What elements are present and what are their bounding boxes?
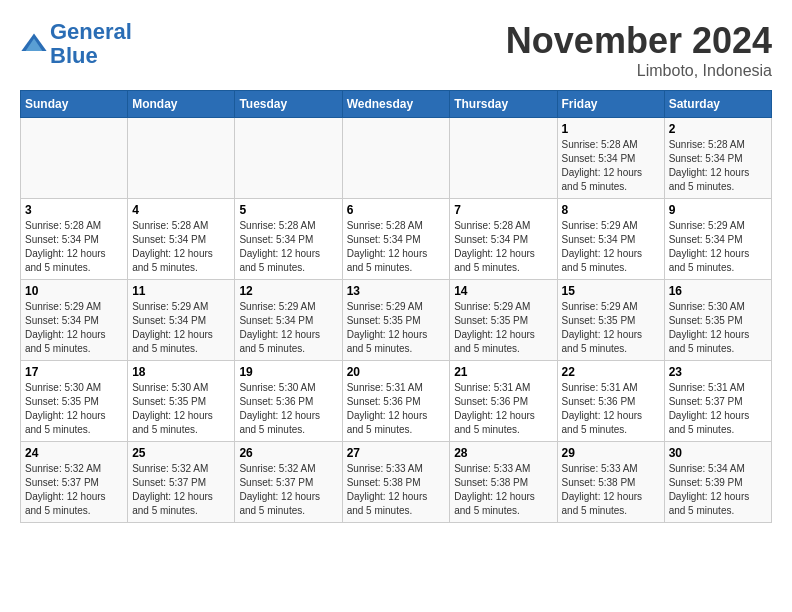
day-info: Sunset: 5:36 PM — [239, 395, 337, 409]
day-info: Sunrise: 5:34 AM — [669, 462, 767, 476]
day-info: Sunrise: 5:29 AM — [669, 219, 767, 233]
day-info: Sunrise: 5:33 AM — [454, 462, 552, 476]
day-number: 3 — [25, 203, 123, 217]
day-number: 16 — [669, 284, 767, 298]
day-info: Daylight: 12 hours and 5 minutes. — [562, 490, 660, 518]
day-number: 22 — [562, 365, 660, 379]
day-info: Sunrise: 5:29 AM — [562, 300, 660, 314]
calendar-cell: 27Sunrise: 5:33 AMSunset: 5:38 PMDayligh… — [342, 442, 450, 523]
calendar-cell: 2Sunrise: 5:28 AMSunset: 5:34 PMDaylight… — [664, 118, 771, 199]
calendar-cell: 3Sunrise: 5:28 AMSunset: 5:34 PMDaylight… — [21, 199, 128, 280]
day-info: Daylight: 12 hours and 5 minutes. — [25, 328, 123, 356]
day-info: Sunset: 5:39 PM — [669, 476, 767, 490]
day-info: Sunrise: 5:29 AM — [347, 300, 446, 314]
calendar-cell: 25Sunrise: 5:32 AMSunset: 5:37 PMDayligh… — [128, 442, 235, 523]
day-info: Daylight: 12 hours and 5 minutes. — [669, 328, 767, 356]
calendar-cell: 23Sunrise: 5:31 AMSunset: 5:37 PMDayligh… — [664, 361, 771, 442]
day-info: Daylight: 12 hours and 5 minutes. — [669, 490, 767, 518]
calendar-week-5: 24Sunrise: 5:32 AMSunset: 5:37 PMDayligh… — [21, 442, 772, 523]
header-wednesday: Wednesday — [342, 91, 450, 118]
calendar-week-1: 1Sunrise: 5:28 AMSunset: 5:34 PMDaylight… — [21, 118, 772, 199]
calendar-cell: 7Sunrise: 5:28 AMSunset: 5:34 PMDaylight… — [450, 199, 557, 280]
day-info: Sunrise: 5:31 AM — [347, 381, 446, 395]
day-info: Daylight: 12 hours and 5 minutes. — [239, 328, 337, 356]
calendar-cell: 12Sunrise: 5:29 AMSunset: 5:34 PMDayligh… — [235, 280, 342, 361]
calendar-cell: 5Sunrise: 5:28 AMSunset: 5:34 PMDaylight… — [235, 199, 342, 280]
day-number: 21 — [454, 365, 552, 379]
day-info: Daylight: 12 hours and 5 minutes. — [669, 409, 767, 437]
calendar-cell: 29Sunrise: 5:33 AMSunset: 5:38 PMDayligh… — [557, 442, 664, 523]
day-info: Sunrise: 5:28 AM — [454, 219, 552, 233]
calendar-cell: 30Sunrise: 5:34 AMSunset: 5:39 PMDayligh… — [664, 442, 771, 523]
day-info: Sunset: 5:36 PM — [562, 395, 660, 409]
title-block: November 2024 Limboto, Indonesia — [506, 20, 772, 80]
calendar-cell: 8Sunrise: 5:29 AMSunset: 5:34 PMDaylight… — [557, 199, 664, 280]
day-info: Sunset: 5:36 PM — [454, 395, 552, 409]
day-number: 19 — [239, 365, 337, 379]
calendar-cell — [128, 118, 235, 199]
day-info: Sunset: 5:34 PM — [132, 314, 230, 328]
calendar-cell: 18Sunrise: 5:30 AMSunset: 5:35 PMDayligh… — [128, 361, 235, 442]
day-info: Sunrise: 5:30 AM — [239, 381, 337, 395]
header-monday: Monday — [128, 91, 235, 118]
calendar-week-3: 10Sunrise: 5:29 AMSunset: 5:34 PMDayligh… — [21, 280, 772, 361]
day-info: Sunrise: 5:28 AM — [25, 219, 123, 233]
calendar-cell: 15Sunrise: 5:29 AMSunset: 5:35 PMDayligh… — [557, 280, 664, 361]
day-number: 11 — [132, 284, 230, 298]
calendar-cell: 9Sunrise: 5:29 AMSunset: 5:34 PMDaylight… — [664, 199, 771, 280]
logo-line2: Blue — [50, 43, 98, 68]
day-number: 18 — [132, 365, 230, 379]
day-info: Sunset: 5:34 PM — [25, 314, 123, 328]
calendar-cell: 24Sunrise: 5:32 AMSunset: 5:37 PMDayligh… — [21, 442, 128, 523]
day-info: Daylight: 12 hours and 5 minutes. — [25, 490, 123, 518]
day-info: Sunset: 5:34 PM — [347, 233, 446, 247]
day-info: Sunrise: 5:33 AM — [562, 462, 660, 476]
day-info: Sunset: 5:34 PM — [669, 233, 767, 247]
calendar-cell — [21, 118, 128, 199]
day-info: Daylight: 12 hours and 5 minutes. — [454, 247, 552, 275]
calendar-cell: 10Sunrise: 5:29 AMSunset: 5:34 PMDayligh… — [21, 280, 128, 361]
day-number: 12 — [239, 284, 337, 298]
day-info: Sunset: 5:34 PM — [239, 314, 337, 328]
logo-line1: General — [50, 19, 132, 44]
calendar-cell: 21Sunrise: 5:31 AMSunset: 5:36 PMDayligh… — [450, 361, 557, 442]
day-number: 8 — [562, 203, 660, 217]
calendar-table: SundayMondayTuesdayWednesdayThursdayFrid… — [20, 90, 772, 523]
day-info: Sunset: 5:38 PM — [562, 476, 660, 490]
day-info: Daylight: 12 hours and 5 minutes. — [347, 490, 446, 518]
day-info: Sunrise: 5:29 AM — [562, 219, 660, 233]
day-info: Sunrise: 5:31 AM — [562, 381, 660, 395]
day-info: Daylight: 12 hours and 5 minutes. — [454, 490, 552, 518]
day-info: Sunrise: 5:28 AM — [132, 219, 230, 233]
day-info: Sunset: 5:34 PM — [669, 152, 767, 166]
day-info: Sunrise: 5:29 AM — [25, 300, 123, 314]
calendar-cell: 16Sunrise: 5:30 AMSunset: 5:35 PMDayligh… — [664, 280, 771, 361]
day-info: Sunrise: 5:31 AM — [454, 381, 552, 395]
day-info: Sunset: 5:34 PM — [239, 233, 337, 247]
day-info: Sunset: 5:34 PM — [454, 233, 552, 247]
day-number: 15 — [562, 284, 660, 298]
day-number: 7 — [454, 203, 552, 217]
day-info: Sunrise: 5:32 AM — [25, 462, 123, 476]
day-number: 25 — [132, 446, 230, 460]
day-info: Daylight: 12 hours and 5 minutes. — [669, 247, 767, 275]
header-thursday: Thursday — [450, 91, 557, 118]
day-info: Sunset: 5:35 PM — [562, 314, 660, 328]
calendar-cell: 4Sunrise: 5:28 AMSunset: 5:34 PMDaylight… — [128, 199, 235, 280]
day-number: 17 — [25, 365, 123, 379]
day-info: Sunset: 5:38 PM — [454, 476, 552, 490]
day-number: 20 — [347, 365, 446, 379]
header-sunday: Sunday — [21, 91, 128, 118]
day-number: 10 — [25, 284, 123, 298]
day-number: 1 — [562, 122, 660, 136]
page-header: General Blue November 2024 Limboto, Indo… — [20, 20, 772, 80]
day-info: Sunrise: 5:28 AM — [669, 138, 767, 152]
day-info: Sunset: 5:37 PM — [239, 476, 337, 490]
day-number: 26 — [239, 446, 337, 460]
day-number: 13 — [347, 284, 446, 298]
day-info: Daylight: 12 hours and 5 minutes. — [562, 328, 660, 356]
day-info: Daylight: 12 hours and 5 minutes. — [562, 409, 660, 437]
day-number: 9 — [669, 203, 767, 217]
day-info: Sunrise: 5:28 AM — [239, 219, 337, 233]
day-info: Daylight: 12 hours and 5 minutes. — [132, 247, 230, 275]
